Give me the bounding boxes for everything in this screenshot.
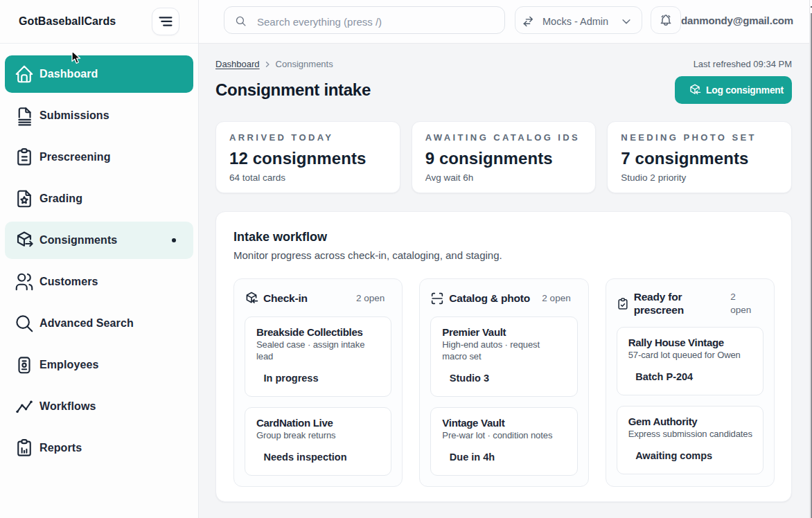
page-content: Dashboard Consignments Last refreshed 09… <box>199 44 812 518</box>
workflow-card[interactable]: CardNation LiveGroup break returnsNeeds … <box>245 407 391 476</box>
title-row: Consignment intake Log consignment <box>215 76 792 104</box>
column-open-count: 2 open <box>542 292 570 305</box>
card-description: 57-card lot queued for Owen <box>628 349 753 361</box>
cube-arrow-icon <box>14 230 35 251</box>
card-description: Group break returns <box>256 429 381 441</box>
workflow-column: Ready for prescreen2 openRally House Vin… <box>606 278 775 487</box>
sidebar-item-advanced-search[interactable]: Advanced Search <box>5 305 193 342</box>
user-email: danmondy@gmail.com <box>681 15 793 26</box>
unread-dot <box>172 238 176 242</box>
sidebar-item-label: Grading <box>39 193 82 205</box>
breadcrumb-dashboard-link[interactable]: Dashboard <box>215 59 260 69</box>
sidebar-item-grading[interactable]: Grading <box>5 180 193 217</box>
workflow-card[interactable]: Rally House Vintage57-card lot queued fo… <box>617 327 764 395</box>
sidebar: GotBaseballCards DashboardSubmissionsPre… <box>0 0 199 518</box>
breadcrumb: Dashboard Consignments Last refreshed 09… <box>215 58 792 69</box>
environment-label: Mocks - Admin <box>542 16 608 27</box>
cube-import-icon <box>688 83 702 97</box>
workflow-column: Check-in2 openBreakside CollectiblesSeal… <box>233 278 403 487</box>
id-badge-icon <box>14 355 35 375</box>
sidebar-item-submissions[interactable]: Submissions <box>5 97 193 134</box>
bell-icon <box>659 13 673 27</box>
sidebar-item-consignments[interactable]: Consignments <box>5 222 193 259</box>
card-description: Express submission candidates <box>628 428 753 440</box>
search-input[interactable] <box>257 16 496 28</box>
search-icon <box>14 313 35 334</box>
log-consignment-button[interactable]: Log consignment <box>675 76 792 104</box>
card-description: Sealed case · assign intake lead <box>256 339 381 362</box>
main-area: Mocks - Admin danmondy@gmail.com Dashboa… <box>199 0 812 518</box>
menu-align-icon <box>157 13 174 30</box>
stat-sub: Studio 2 priority <box>621 172 778 183</box>
sidebar-item-label: Advanced Search <box>39 317 134 330</box>
file-star-icon <box>14 188 35 209</box>
sidebar-item-prescreening[interactable]: Prescreening <box>5 139 193 176</box>
column-header: Catalog & photo2 open <box>430 291 577 306</box>
sidebar-item-label: Dashboard <box>39 68 98 80</box>
card-status: Awaiting comps <box>628 450 753 462</box>
stat-card: AWAITING CATALOG IDS9 consignmentsAvg wa… <box>412 121 597 193</box>
sidebar-item-label: Submissions <box>39 109 109 122</box>
card-description: Pre-war lot · condition notes <box>442 429 567 441</box>
app-window: GotBaseballCards DashboardSubmissionsPre… <box>0 0 812 518</box>
stat-label: NEEDING PHOTO SET <box>621 132 778 143</box>
column-header: Check-in2 open <box>245 291 391 306</box>
global-search[interactable] <box>224 6 505 34</box>
stat-card: NEEDING PHOTO SET7 consignmentsStudio 2 … <box>607 121 792 193</box>
environment-switcher[interactable]: Mocks - Admin <box>515 6 642 34</box>
sidebar-item-label: Reports <box>39 442 82 454</box>
panel-subtitle: Monitor progress across check-in, catalo… <box>233 249 775 261</box>
sidebar-item-label: Prescreening <box>39 151 111 163</box>
clipboard-list-icon <box>14 147 35 168</box>
stat-sub: Avg wait 6h <box>425 172 583 183</box>
brand-title: GotBaseballCards <box>19 15 116 28</box>
workflow-card[interactable]: Breakside CollectiblesSealed case · assi… <box>245 316 391 397</box>
stat-value: 9 consignments <box>425 149 583 168</box>
workflow-card[interactable]: Vintage VaultPre-war lot · condition not… <box>430 407 577 476</box>
page-title: Consignment intake <box>215 80 371 100</box>
sidebar-menu: DashboardSubmissionsPrescreeningGradingC… <box>0 44 198 467</box>
stat-card: ARRIVED TODAY12 consignments64 total car… <box>215 121 400 193</box>
card-title: Vintage Vault <box>442 417 567 429</box>
sidebar-item-label: Consignments <box>39 234 117 247</box>
column-title: Catalog & photo <box>449 292 538 305</box>
notifications-button[interactable] <box>651 6 681 34</box>
users-icon <box>14 271 35 292</box>
chevron-down-icon <box>620 15 633 28</box>
column-open-count: 2 open <box>730 291 757 316</box>
card-title: CardNation Live <box>256 417 381 429</box>
stat-label: AWAITING CATALOG IDS <box>425 132 583 143</box>
stat-value: 7 consignments <box>621 149 778 168</box>
topbar: Mocks - Admin danmondy@gmail.com <box>199 0 812 44</box>
sidebar-item-employees[interactable]: Employees <box>5 346 193 384</box>
clipboard-chart-icon <box>14 438 35 458</box>
workflow-card[interactable]: Gem AuthorityExpress submission candidat… <box>617 406 764 474</box>
card-title: Premier Vault <box>442 326 567 339</box>
sidebar-item-label: Workflows <box>39 400 96 413</box>
switch-arrows-icon <box>521 15 535 28</box>
card-status: Due in 4h <box>442 452 567 463</box>
last-refreshed: Last refreshed 09:34 PM <box>694 59 792 69</box>
workflow-card[interactable]: Premier VaultHigh-end autos · request ma… <box>430 316 577 397</box>
sidebar-item-customers[interactable]: Customers <box>5 263 193 301</box>
card-status: In progress <box>256 373 381 384</box>
column-open-count: 2 open <box>356 292 385 305</box>
sidebar-item-label: Employees <box>39 359 98 371</box>
sidebar-item-workflows[interactable]: Workflows <box>5 388 193 425</box>
card-description: High-end autos · request macro set <box>442 339 560 362</box>
card-title: Breakside Collectibles <box>256 326 381 339</box>
stat-label: ARRIVED TODAY <box>229 132 387 143</box>
clipboard-check-icon <box>616 297 630 311</box>
sidebar-item-reports[interactable]: Reports <box>5 429 193 467</box>
stat-value: 12 consignments <box>229 149 387 168</box>
card-title: Rally House Vintage <box>628 337 753 349</box>
breadcrumb-separator-icon <box>263 60 272 69</box>
stat-sub: 64 total cards <box>229 172 387 183</box>
sidebar-item-dashboard[interactable]: Dashboard <box>5 55 193 93</box>
column-title: Ready for prescreen <box>634 291 727 316</box>
workflow-column: Catalog & photo2 openPremier VaultHigh-e… <box>419 278 588 487</box>
search-icon <box>235 15 247 27</box>
column-header: Ready for prescreen2 open <box>617 291 764 316</box>
sidebar-collapse-button[interactable] <box>152 8 179 35</box>
panel-title: Intake workflow <box>233 230 775 244</box>
